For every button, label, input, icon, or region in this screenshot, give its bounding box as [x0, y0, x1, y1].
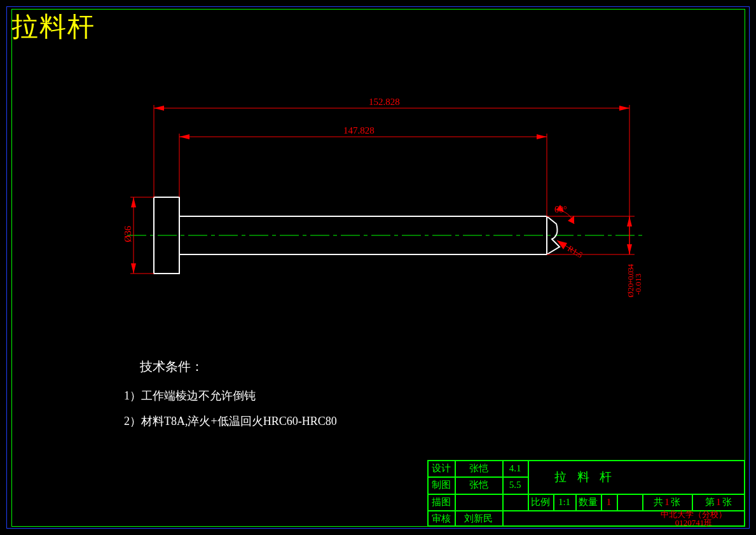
tb-design-name: 张恺: [455, 460, 502, 476]
svg-marker-18: [131, 197, 136, 207]
tb-scale-label: 比例: [528, 494, 553, 510]
tb-checked-name: 刘新民: [455, 510, 502, 527]
tb-checked-label: 审核: [427, 510, 455, 527]
tb-drawn-name: 张恺: [455, 476, 502, 494]
tech-item2: 2）材料T8A,淬火+低温回火HRC60-HRC80: [124, 413, 337, 429]
tb-qty-value: 1: [601, 494, 617, 510]
svg-marker-19: [131, 263, 136, 274]
tech-heading: 技术条件：: [140, 358, 203, 375]
svg-marker-21: [568, 216, 574, 224]
dim-dia-shaft: Ø20: [626, 283, 636, 297]
tb-qty-label: 数量: [575, 494, 601, 510]
tb-class: 0120741班: [642, 518, 745, 527]
svg-marker-13: [179, 134, 189, 139]
tb-traced-label: 描图: [427, 494, 455, 510]
tb-drawn-label: 制图: [427, 476, 455, 494]
svg-marker-14: [537, 134, 547, 139]
svg-marker-9: [619, 106, 629, 111]
dim-tol-lower: +0.034: [626, 265, 635, 284]
tb-design-date: 4.1: [502, 460, 528, 476]
svg-marker-27: [627, 216, 632, 226]
drawing-canvas: [0, 0, 756, 535]
tb-drawn-date: 5.5: [502, 476, 528, 494]
svg-marker-8: [154, 106, 164, 111]
dim-angle: 60°: [554, 205, 567, 215]
tb-part-name: 拉 料 杆: [528, 460, 642, 494]
tb-sheet-total: 共 1 张: [642, 494, 692, 510]
tech-item1: 1）工作端棱边不允许倒钝: [124, 388, 256, 403]
dim-dia-head: Ø36: [123, 226, 134, 242]
dim-length-total: 152.828: [369, 97, 400, 108]
tb-design-label: 设计: [427, 460, 455, 476]
dim-length-shaft: 147.828: [343, 125, 375, 136]
tb-scale-value: 1:1: [553, 494, 575, 510]
tb-sheet-num: 第 1 张: [692, 494, 745, 510]
svg-marker-28: [627, 244, 632, 254]
